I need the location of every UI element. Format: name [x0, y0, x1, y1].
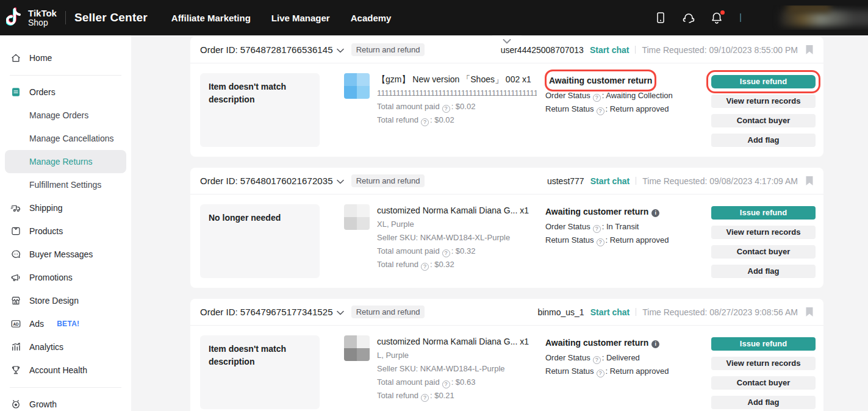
- sidebar-item-promotions[interactable]: Promotions: [5, 266, 126, 289]
- order-status-line: Order Status?: In Transit: [545, 220, 711, 234]
- help-icon[interactable]: ?: [597, 107, 604, 115]
- product-image[interactable]: [344, 73, 370, 99]
- sidebar-item-label: Manage Returns: [29, 157, 93, 166]
- sidebar-item-fulfillment-settings[interactable]: Fulfillment Settings: [5, 173, 126, 196]
- sidebar-item-buyer-messages[interactable]: Buyer Messages: [5, 243, 126, 266]
- product-title[interactable]: 【gzm】 New version 「Shoes」 002 x1: [377, 73, 537, 85]
- help-icon[interactable]: ?: [597, 370, 604, 377]
- nav-affiliate-marketing[interactable]: Affiliate Marketing: [171, 13, 251, 23]
- order-card: Order ID: 576480176021672035 Return and …: [190, 168, 823, 288]
- mobile-app-icon[interactable]: [655, 12, 667, 24]
- beta-badge: BETA!: [57, 320, 79, 328]
- sidebar-divider: [10, 387, 121, 388]
- help-icon[interactable]: ?: [421, 394, 429, 402]
- nav-academy[interactable]: Academy: [351, 13, 392, 23]
- storefront-icon: [10, 295, 21, 306]
- total-refund-label: Total refund: [377, 391, 418, 400]
- tiktok-shop-logo[interactable]: TikTok Shop: [6, 7, 57, 28]
- sidebar-item-label: Analytics: [29, 342, 63, 352]
- total-paid-value: : $0.32: [451, 246, 476, 256]
- info-icon[interactable]: i: [651, 340, 659, 348]
- collapse-tab[interactable]: [492, 35, 522, 47]
- view-return-records-button[interactable]: View return records: [711, 95, 816, 108]
- buyer-username: binmo_us_1: [537, 307, 584, 317]
- sidebar-item-manage-orders[interactable]: Manage Orders: [5, 104, 126, 127]
- nav-live-manager[interactable]: Live Manager: [271, 13, 330, 23]
- seller-center-title: Seller Center: [74, 11, 148, 24]
- header-vertical-divider: [635, 46, 636, 54]
- start-chat-link[interactable]: Start chat: [590, 176, 630, 186]
- return-status-line: Return Status?: Return approved: [545, 234, 711, 247]
- time-requested: Time Requested: 09/08/2023 4:17:09 AM: [642, 176, 798, 186]
- order-id-chevron-icon[interactable]: [337, 179, 344, 184]
- bookmark-icon[interactable]: [805, 176, 814, 186]
- sidebar-item-label: Growth: [29, 399, 57, 409]
- issue-refund-button-highlighted[interactable]: Issue refund: [711, 75, 816, 88]
- add-flag-button[interactable]: Add flag: [711, 134, 816, 147]
- sidebar: Home Orders Manage Orders Manage Cancell…: [0, 35, 131, 411]
- notification-dot: [720, 10, 725, 15]
- sidebar-item-products[interactable]: Products: [5, 220, 126, 243]
- start-chat-link[interactable]: Start chat: [590, 307, 630, 317]
- bookmark-icon[interactable]: [805, 45, 814, 55]
- sidebar-item-home[interactable]: Home: [5, 46, 126, 70]
- product-title[interactable]: customized Norma Kamali Diana G... x1: [377, 335, 537, 348]
- order-id-chevron-icon[interactable]: [337, 310, 344, 315]
- product-image[interactable]: [344, 204, 370, 230]
- add-flag-button[interactable]: Add flag: [711, 396, 816, 409]
- sidebar-item-label: Fulfillment Settings: [29, 180, 101, 190]
- order-status-label: Order Status: [545, 353, 590, 362]
- sidebar-item-analytics[interactable]: Analytics: [5, 335, 126, 359]
- total-amount-paid: Total amount paid?: $0.02: [377, 100, 537, 113]
- view-return-records-button[interactable]: View return records: [711, 357, 816, 370]
- bookmark-icon[interactable]: [805, 307, 814, 317]
- sidebar-item-store-design[interactable]: Store Design: [5, 289, 126, 312]
- sidebar-item-label: Ads: [29, 319, 44, 329]
- total-refund-value: : $0.32: [430, 260, 454, 269]
- issue-refund-button[interactable]: Issue refund: [711, 206, 816, 220]
- sidebar-item-manage-returns[interactable]: Manage Returns: [5, 150, 126, 173]
- contact-buyer-button[interactable]: Contact buyer: [711, 376, 816, 390]
- sidebar-item-orders[interactable]: Orders: [5, 80, 126, 104]
- account-divider: [740, 13, 741, 22]
- help-icon[interactable]: ?: [442, 249, 450, 257]
- time-requested: Time Requested: 09/10/2023 8:55:00 PM: [642, 45, 798, 55]
- add-flag-button[interactable]: Add flag: [711, 265, 816, 278]
- sidebar-item-ads[interactable]: AD Ads BETA!: [5, 312, 126, 335]
- return-reason: Item doesn't match description: [200, 73, 320, 147]
- product-title[interactable]: customized Norma Kamali Diana G... x1: [377, 204, 537, 216]
- order-card: Order ID: 576479675177341525 Return and …: [190, 299, 823, 411]
- product-variation: L, Purple: [377, 349, 537, 362]
- help-icon[interactable]: ?: [593, 94, 601, 102]
- help-icon[interactable]: ?: [597, 238, 604, 246]
- start-chat-link[interactable]: Start chat: [590, 45, 629, 55]
- help-icon[interactable]: ?: [421, 263, 429, 271]
- issue-refund-button[interactable]: Issue refund: [711, 337, 816, 351]
- order-id-value: 576487281766536145: [240, 45, 333, 55]
- help-icon[interactable]: ?: [442, 105, 450, 113]
- product-section: customized Norma Kamali Diana G... x1 XL…: [344, 204, 545, 278]
- contact-buyer-button[interactable]: Contact buyer: [711, 245, 816, 259]
- total-paid-label: Total amount paid: [377, 377, 440, 387]
- help-icon[interactable]: ?: [593, 356, 601, 364]
- account-info-redacted[interactable]: [763, 5, 868, 30]
- sidebar-item-account-health[interactable]: Account Health: [5, 359, 126, 382]
- product-image[interactable]: [344, 335, 370, 361]
- total-refund: Total refund?: $0.21: [377, 389, 537, 402]
- support-headset-icon[interactable]: [683, 12, 695, 24]
- notifications-bell-icon[interactable]: [711, 12, 723, 24]
- contact-buyer-button[interactable]: Contact buyer: [711, 114, 816, 127]
- view-return-records-button[interactable]: View return records: [711, 226, 816, 239]
- order-status-value: : Awaiting Collection: [602, 91, 673, 100]
- help-icon[interactable]: ?: [442, 381, 450, 388]
- order-type-badge: Return and refund: [351, 174, 425, 187]
- order-id-chevron-icon[interactable]: [337, 48, 344, 53]
- sidebar-item-manage-cancellations[interactable]: Manage Cancellations: [5, 127, 126, 150]
- product-title-text: 【gzm】 New version 「Shoes」 002: [377, 74, 520, 84]
- total-refund: Total refund?: $0.32: [377, 258, 537, 271]
- help-icon[interactable]: ?: [421, 118, 429, 126]
- help-icon[interactable]: ?: [593, 225, 601, 233]
- info-icon[interactable]: i: [651, 209, 659, 217]
- sidebar-item-growth[interactable]: Growth: [5, 393, 126, 411]
- sidebar-item-shipping[interactable]: Shipping: [5, 196, 126, 220]
